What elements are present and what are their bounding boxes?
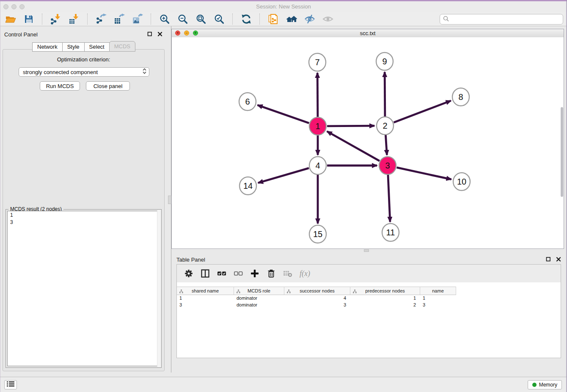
hide-selected-icon[interactable] (303, 13, 316, 25)
show-all-icon[interactable] (322, 13, 334, 25)
graph-node-11[interactable]: 11 (382, 224, 399, 241)
zoom-out-icon[interactable] (176, 13, 189, 25)
graph-node-3[interactable]: 3 (379, 157, 396, 174)
edge-2-9[interactable] (385, 72, 385, 116)
edge-1-2[interactable] (327, 126, 374, 126)
table-cell[interactable]: 4 (284, 295, 350, 302)
search-field[interactable] (440, 14, 563, 25)
graph-node-1[interactable]: 1 (309, 117, 326, 135)
close-table-panel-icon[interactable] (556, 256, 561, 263)
edge-3-11[interactable] (388, 175, 390, 222)
save-session-icon[interactable] (22, 13, 35, 25)
table-cell[interactable]: 1 (420, 295, 456, 302)
close-panel-icon[interactable] (157, 30, 162, 38)
function-builder-label: f(x) (300, 269, 310, 278)
vertical-splitter[interactable] (168, 26, 171, 373)
table-panel: Table Panel f(x) shared nameMCDS rolesuc… (171, 252, 567, 377)
export-table-icon[interactable] (113, 13, 126, 25)
float-table-panel-icon[interactable] (546, 256, 551, 263)
float-panel-icon[interactable] (147, 30, 152, 38)
edge-2-8[interactable] (394, 101, 451, 122)
tab-style[interactable]: Style (62, 42, 85, 52)
zoom-selected-icon[interactable] (213, 13, 226, 25)
column-header-shared-name[interactable]: shared name (177, 287, 234, 295)
table-cell[interactable]: 3 (420, 302, 456, 309)
open-session-icon[interactable] (4, 13, 17, 25)
mcds-result-text[interactable]: 1 3 (7, 211, 160, 366)
table-cell[interactable]: 1 (177, 295, 234, 302)
edge-1-6[interactable] (258, 105, 309, 123)
close-panel-button[interactable]: Close panel (86, 81, 130, 91)
zoom-in-icon[interactable] (158, 13, 171, 25)
edge-2-3[interactable] (385, 135, 387, 155)
tab-select[interactable]: Select (84, 42, 110, 52)
graph-node-6[interactable]: 6 (239, 93, 256, 110)
edge-4-14[interactable] (258, 168, 309, 183)
export-network-icon[interactable] (95, 13, 107, 25)
delete-table-icon[interactable] (283, 269, 292, 278)
table-cell[interactable]: dominator (234, 302, 284, 309)
node-label: 3 (385, 161, 390, 170)
refresh-layout-icon[interactable] (240, 13, 253, 25)
import-network-icon[interactable] (50, 13, 62, 25)
table-settings-icon[interactable] (184, 269, 193, 278)
run-mcds-button[interactable]: Run MCDS (40, 81, 80, 91)
edge-3-1[interactable] (327, 131, 380, 161)
function-builder-icon[interactable]: f(x) (300, 269, 310, 278)
graph-node-4[interactable]: 4 (309, 157, 326, 174)
control-panel-tabs: NetworkStyleSelectMCDS (33, 42, 168, 52)
column-header-MCDS-role[interactable]: MCDS role (234, 287, 284, 295)
horizontal-splitter-grip[interactable] (364, 249, 369, 252)
graph-node-8[interactable]: 8 (452, 88, 469, 106)
network-graph[interactable]: 7968124314101511 (172, 37, 564, 248)
network-window-titlebar[interactable]: ✕ − + scc.txt (172, 29, 564, 38)
tab-mcds[interactable]: MCDS (109, 41, 135, 52)
graph-node-14[interactable]: 14 (239, 177, 256, 195)
horizontal-splitter[interactable] (171, 249, 567, 252)
new-network-from-selection-icon[interactable] (267, 13, 280, 25)
table-row[interactable]: 3dominator323 (177, 302, 561, 309)
table-cell[interactable]: 1 (350, 295, 420, 302)
table-cell[interactable]: 3 (284, 302, 350, 309)
delete-columns-icon[interactable] (267, 269, 276, 278)
import-table-icon[interactable] (68, 13, 80, 25)
node-table: shared nameMCDS rolesuccessor nodesprede… (177, 287, 561, 309)
graph-node-7[interactable]: 7 (309, 53, 326, 71)
tab-network[interactable]: Network (32, 42, 63, 52)
column-header-predecessor-nodes[interactable]: predecessor nodes (350, 287, 420, 295)
network-canvas[interactable]: 7968124314101511 (172, 37, 564, 248)
criterion-dropdown[interactable]: strongly connected component (19, 67, 149, 77)
graph-node-15[interactable]: 15 (309, 225, 326, 243)
toggle-columns-icon[interactable] (201, 269, 210, 278)
canvas-vertical-scrollbar[interactable] (561, 107, 563, 197)
new-column-icon[interactable] (250, 269, 259, 278)
dropdown-stepper-icon (143, 68, 146, 76)
search-input[interactable] (451, 15, 563, 24)
edge-3-10[interactable] (396, 168, 451, 179)
result-scrollbar[interactable] (157, 210, 161, 367)
search-icon (443, 16, 449, 23)
column-header-successor-nodes[interactable]: successor nodes (284, 287, 350, 295)
graph-node-10[interactable]: 10 (453, 173, 470, 190)
column-header-name[interactable]: name (420, 287, 456, 295)
criterion-dropdown-value: strongly connected component (23, 69, 143, 75)
app-titlebar: Session: New Session (0, 1, 567, 12)
graph-node-2[interactable]: 2 (377, 117, 394, 135)
zoom-fit-icon[interactable] (195, 13, 207, 25)
splitter-grip[interactable] (168, 196, 171, 204)
column-tree-icon (179, 289, 183, 294)
graph-node-9[interactable]: 9 (376, 52, 393, 70)
export-image-icon[interactable] (131, 13, 144, 25)
table-cell[interactable]: dominator (234, 295, 284, 302)
unselect-all-columns-icon[interactable] (234, 269, 243, 278)
table-body: 1dominator4113dominator323 (177, 295, 561, 309)
table-cell[interactable]: 3 (177, 302, 234, 309)
select-all-columns-icon[interactable] (217, 269, 226, 278)
edge-1-7[interactable] (317, 73, 318, 117)
memory-status-icon (532, 383, 537, 387)
first-neighbors-icon[interactable] (285, 13, 298, 25)
table-row[interactable]: 1dominator411 (177, 295, 561, 302)
table-cell[interactable]: 2 (350, 302, 420, 309)
task-history-button[interactable] (4, 380, 17, 389)
memory-button[interactable]: Memory (528, 380, 562, 389)
